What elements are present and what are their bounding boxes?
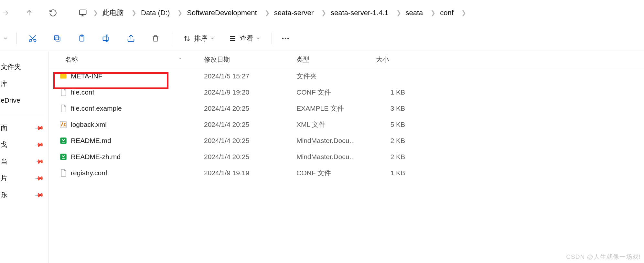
file-name: README-zh.md [71, 153, 121, 161]
breadcrumb-item[interactable]: Data (D:) [141, 9, 170, 17]
chevron-right-icon[interactable]: ❯ [321, 9, 326, 16]
table-row[interactable]: README.md2024/1/4 20:25MindMaster.Docu..… [49, 133, 644, 149]
sidebar-item[interactable]: 面📌 [0, 119, 48, 136]
pin-icon: 📌 [34, 157, 44, 167]
sidebar-divider [0, 114, 44, 114]
chevron-down-icon[interactable] [2, 35, 9, 42]
table-row[interactable]: registry.conf2024/1/9 19:19CONF 文件1 KB [49, 165, 644, 181]
sidebar-item[interactable]: 乐📌 [0, 187, 48, 203]
column-date[interactable]: 修改日期 [204, 55, 296, 64]
file-icon [59, 72, 68, 80]
sidebar-item-label: eDrive [1, 96, 20, 104]
separator [272, 33, 272, 44]
cell-name: README.md [49, 137, 204, 145]
sort-button[interactable]: 排序 [183, 34, 215, 43]
sidebar-item-label: 片 [1, 174, 7, 183]
svg-rect-7 [103, 37, 108, 41]
svg-point-10 [287, 38, 289, 39]
cut-icon[interactable] [25, 31, 40, 46]
pin-icon: 📌 [34, 123, 44, 133]
column-name[interactable]: 名称˄ [49, 55, 204, 64]
separator [16, 33, 16, 44]
separator [172, 33, 172, 44]
table-row[interactable]: META-INF2024/1/5 15:27文件夹 [49, 68, 644, 84]
chevron-right-icon[interactable]: ❯ [132, 9, 136, 16]
file-name: META-INF [71, 72, 102, 80]
refresh-icon[interactable] [48, 8, 58, 18]
rename-icon[interactable] [99, 31, 114, 46]
svg-rect-3 [56, 37, 60, 41]
breadcrumb-item[interactable]: seata-server-1.4.1 [331, 9, 389, 17]
cell-size: 1 KB [376, 169, 441, 177]
cell-type: CONF 文件 [296, 88, 376, 97]
copy-icon[interactable] [49, 31, 65, 46]
column-size[interactable]: 大小 [376, 55, 441, 64]
cell-size: 5 KB [376, 121, 441, 128]
svg-point-8 [282, 38, 284, 39]
sidebar-item[interactable]: 片📌 [0, 170, 48, 187]
chevron-right-icon[interactable]: ❯ [431, 9, 435, 16]
breadcrumb-item[interactable]: seata-server [274, 9, 314, 17]
svg-point-2 [34, 40, 36, 42]
sidebar-item-label: 乐 [1, 190, 7, 199]
file-name: file.conf [71, 88, 94, 96]
table-row[interactable]: logback.xml2024/1/4 20:25XML 文件5 KB [49, 116, 644, 133]
file-icon [59, 120, 68, 129]
sidebar-item-label: 当 [1, 157, 7, 166]
cell-size: 2 KB [376, 153, 441, 161]
file-name: registry.conf [71, 169, 107, 177]
svg-point-9 [285, 38, 286, 39]
column-headers: 名称˄ 修改日期 类型 大小 [49, 51, 644, 68]
cell-type: XML 文件 [296, 120, 376, 129]
main-area: 文件夹 库 eDrive 面📌 戈📌 当📌 片📌 乐📌 名称˄ 修改日期 类型 … [0, 51, 644, 263]
share-icon[interactable] [123, 31, 139, 46]
view-button[interactable]: 查看 [229, 34, 261, 43]
cell-type: MindMaster.Docu... [296, 153, 376, 161]
up-icon[interactable] [24, 8, 34, 18]
table-row[interactable]: README-zh.md2024/1/4 20:25MindMaster.Doc… [49, 149, 644, 165]
sidebar-item[interactable]: 当📌 [0, 153, 48, 170]
sort-caret-icon: ˄ [179, 57, 181, 62]
table-row[interactable]: file.conf.example2024/1/4 20:25EXAMPLE 文… [49, 100, 644, 116]
file-icon [59, 137, 68, 145]
sidebar-item[interactable]: 戈📌 [0, 136, 48, 153]
file-icon [59, 88, 68, 96]
cell-date: 2024/1/5 15:27 [204, 72, 296, 80]
sidebar-item[interactable]: 库 [0, 75, 48, 92]
file-name: file.conf.example [71, 105, 122, 112]
sidebar-item-label: 面 [1, 123, 7, 132]
table-row[interactable]: file.conf2024/1/9 19:20CONF 文件1 KB [49, 84, 644, 100]
chevron-right-icon[interactable]: ❯ [265, 9, 270, 16]
chevron-right-icon[interactable]: ❯ [396, 9, 401, 16]
cell-type: EXAMPLE 文件 [296, 104, 376, 113]
chevron-right-icon[interactable]: ❯ [461, 9, 466, 16]
breadcrumb-item[interactable]: seata [406, 9, 423, 17]
paste-icon[interactable] [74, 31, 90, 46]
cell-date: 2024/1/9 19:19 [204, 169, 296, 177]
cell-type: MindMaster.Docu... [296, 137, 376, 145]
cell-name: logback.xml [49, 120, 204, 129]
breadcrumb[interactable]: ❯ 此电脑 ❯ Data (D:) ❯ SoftwareDevelopment … [72, 4, 477, 22]
cell-type: 文件夹 [296, 72, 376, 81]
forward-icon[interactable] [0, 8, 10, 18]
file-icon [59, 104, 68, 113]
breadcrumb-item[interactable]: SoftwareDevelopment [187, 9, 257, 17]
cell-name: file.conf [49, 88, 204, 96]
cell-name: META-INF [49, 72, 204, 80]
cell-size: 2 KB [376, 137, 441, 145]
file-list-panel: 名称˄ 修改日期 类型 大小 META-INF2024/1/5 15:27文件夹… [48, 51, 644, 263]
chevron-right-icon[interactable]: ❯ [93, 9, 98, 16]
sidebar-item[interactable]: eDrive [0, 92, 48, 109]
delete-icon[interactable] [148, 31, 163, 46]
sidebar-item[interactable]: 文件夹 [0, 58, 48, 75]
breadcrumb-item[interactable]: conf [440, 9, 454, 17]
cell-name: file.conf.example [49, 104, 204, 113]
cell-date: 2024/1/4 20:25 [204, 105, 296, 112]
more-icon[interactable] [278, 31, 293, 46]
breadcrumb-item[interactable]: 此电脑 [102, 8, 124, 18]
column-type[interactable]: 类型 [296, 55, 376, 64]
this-pc-icon [78, 8, 87, 17]
chevron-down-icon [256, 36, 261, 41]
chevron-right-icon[interactable]: ❯ [177, 9, 182, 16]
pin-icon: 📌 [34, 140, 44, 150]
